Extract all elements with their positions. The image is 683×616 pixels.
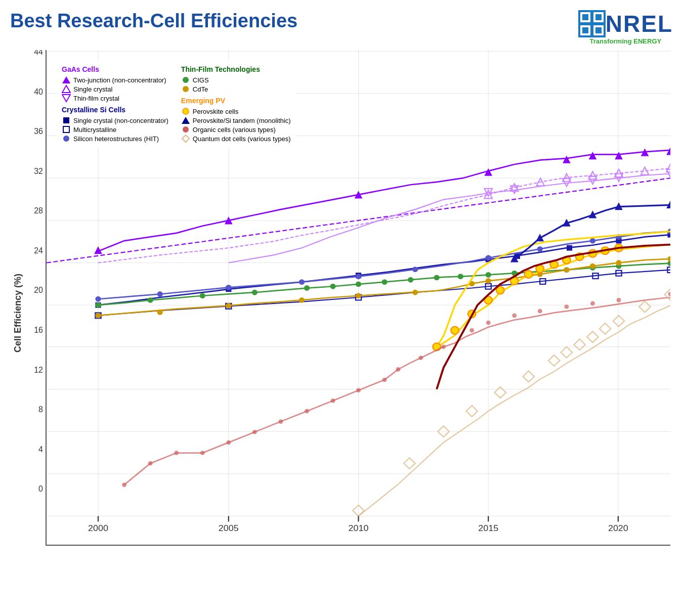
svg-marker-173 [613, 316, 624, 327]
svg-marker-195 [182, 117, 190, 124]
svg-marker-60 [666, 169, 670, 177]
legend-si-item3: Silicon heterostructures (HIT) [62, 134, 168, 143]
legend: GaAs Cells Two-junction (non-concentrato… [57, 60, 296, 148]
svg-point-90 [200, 293, 205, 298]
svg-marker-167 [523, 371, 534, 382]
svg-point-113 [486, 278, 491, 284]
svg-point-77 [95, 296, 101, 302]
svg-point-82 [412, 267, 418, 272]
svg-text:36: 36 [34, 126, 43, 136]
svg-marker-171 [587, 331, 598, 342]
svg-text:2020: 2020 [608, 523, 628, 533]
legend-gaas-item3: Thin-film crystal [62, 94, 168, 103]
svg-point-109 [299, 297, 305, 303]
svg-point-196 [183, 126, 189, 133]
svg-text:12: 12 [34, 365, 43, 374]
svg-marker-174 [639, 301, 650, 313]
svg-text:0: 0 [38, 484, 43, 493]
svg-marker-186 [62, 76, 70, 83]
svg-point-145 [252, 430, 257, 434]
svg-marker-170 [574, 339, 585, 350]
svg-point-119 [667, 256, 670, 262]
svg-marker-46 [666, 147, 670, 155]
svg-rect-189 [63, 117, 69, 123]
svg-rect-5 [582, 14, 588, 20]
svg-point-111 [412, 290, 418, 295]
svg-point-89 [148, 297, 153, 303]
legend-emerging-title: Emerging PV [181, 97, 291, 105]
svg-point-108 [226, 303, 231, 309]
svg-text:2005: 2005 [219, 523, 239, 533]
svg-point-147 [305, 409, 309, 414]
svg-text:8: 8 [38, 405, 43, 414]
plot-area: 2000 2005 2010 2015 2020 GaAs Cells [46, 50, 670, 546]
svg-point-96 [408, 277, 413, 283]
legend-si-item1: Single crystal (non-concentrator) [62, 116, 168, 125]
y-axis-label: Cell Efficiency (%) [10, 50, 25, 546]
svg-text:40: 40 [34, 87, 43, 96]
nrel-logo: NREL Transforming ENERGY [578, 10, 673, 45]
svg-point-93 [330, 284, 335, 289]
svg-point-146 [278, 419, 283, 424]
legend-cigs: CIGS [181, 75, 291, 84]
svg-point-157 [538, 309, 542, 314]
svg-point-143 [200, 451, 205, 455]
title-area: Best Research-Cell Efficiencies NREL [10, 10, 673, 45]
svg-point-155 [486, 321, 491, 325]
svg-point-141 [148, 461, 153, 466]
svg-text:44: 44 [34, 50, 43, 56]
svg-point-152 [418, 356, 423, 360]
svg-marker-42 [563, 156, 571, 163]
legend-si-item2: Multicrystalline [62, 125, 168, 134]
svg-marker-166 [495, 387, 506, 398]
svg-marker-188 [62, 95, 70, 102]
svg-point-116 [564, 267, 569, 273]
svg-text:4: 4 [38, 444, 43, 453]
svg-text:28: 28 [34, 206, 43, 215]
svg-point-160 [617, 298, 621, 302]
svg-point-150 [382, 378, 387, 382]
svg-point-110 [356, 293, 361, 298]
svg-point-154 [469, 328, 474, 333]
legend-organic: Organic cells (various types) [181, 125, 291, 134]
svg-text:32: 32 [34, 166, 43, 175]
svg-point-81 [356, 274, 361, 279]
y-ticks-svg: 0 4 8 12 16 20 24 28 32 36 40 44 [25, 50, 46, 520]
svg-point-153 [441, 344, 446, 349]
svg-marker-163 [404, 458, 415, 469]
svg-point-106 [95, 313, 101, 318]
svg-text:16: 16 [34, 325, 43, 334]
svg-point-99 [486, 272, 491, 278]
page-container: Best Research-Cell Efficiencies NREL [0, 0, 683, 616]
svg-point-151 [396, 367, 400, 372]
svg-point-80 [299, 279, 305, 285]
svg-point-191 [63, 136, 69, 142]
svg-point-94 [356, 281, 361, 287]
legend-gaas-title: GaAs Cells [62, 65, 168, 73]
svg-marker-197 [182, 135, 189, 142]
svg-text:2000: 2000 [88, 523, 108, 533]
legend-qdot: Quantum dot cells (various types) [181, 134, 291, 143]
nrel-tagline: Transforming ENERGY [590, 37, 662, 45]
svg-text:2010: 2010 [349, 523, 369, 533]
svg-point-84 [537, 246, 543, 252]
svg-point-149 [356, 388, 361, 392]
svg-marker-44 [615, 152, 623, 159]
svg-point-78 [157, 291, 163, 297]
svg-rect-190 [63, 126, 69, 133]
svg-point-159 [590, 301, 595, 306]
svg-text:24: 24 [34, 246, 43, 255]
svg-point-148 [331, 399, 335, 403]
svg-rect-8 [595, 27, 602, 33]
svg-text:20: 20 [34, 285, 43, 294]
legend-perovskite-si: Perovskite/Si tandem (monolithic) [181, 116, 291, 125]
svg-point-95 [381, 279, 387, 285]
svg-point-193 [183, 86, 189, 92]
svg-marker-187 [62, 85, 70, 93]
nrel-name: NREL [606, 10, 673, 37]
legend-thinfilm-title: Thin-Film Technologies [181, 65, 291, 73]
svg-point-192 [183, 77, 189, 83]
svg-point-91 [252, 290, 258, 295]
page-title: Best Research-Cell Efficiencies [10, 10, 297, 32]
legend-thinfilm: Thin-Film Technologies CIGS CdTe Emergin… [181, 65, 291, 143]
